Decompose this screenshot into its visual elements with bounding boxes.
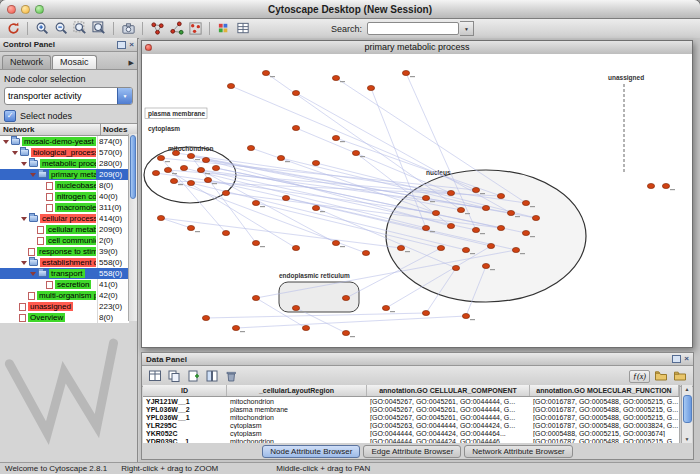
network-node[interactable] bbox=[662, 183, 669, 188]
network-node[interactable] bbox=[292, 305, 299, 310]
minimize-window-button[interactable] bbox=[21, 5, 30, 14]
network-node[interactable] bbox=[422, 225, 429, 230]
network-node[interactable] bbox=[487, 243, 494, 248]
network-node[interactable] bbox=[437, 245, 444, 250]
column-header[interactable]: _cellularLayoutRegion bbox=[227, 385, 367, 396]
network-node[interactable] bbox=[522, 230, 529, 235]
zoom-in-button[interactable] bbox=[33, 20, 51, 37]
tab-node-attribute-browser[interactable]: Node Attribute Browser bbox=[262, 445, 360, 458]
tree-row[interactable]: mosaic-demo-yeast874(0) bbox=[0, 136, 129, 147]
tree-row[interactable]: metabolic process280(0) bbox=[0, 158, 129, 169]
zoom-fit-button[interactable] bbox=[90, 20, 108, 37]
network-node[interactable] bbox=[447, 190, 454, 195]
network-node[interactable] bbox=[472, 187, 479, 192]
import-attributes-button[interactable] bbox=[653, 369, 669, 384]
tree-scrollbar[interactable] bbox=[128, 134, 137, 321]
table-row[interactable]: YLR295Ccytoplasm[GO:0045263, GO:0044444,… bbox=[143, 421, 679, 429]
network-import-button[interactable] bbox=[148, 20, 166, 37]
network-node[interactable] bbox=[512, 247, 519, 252]
table-scrollbar-thumb[interactable] bbox=[683, 395, 692, 423]
tab-network[interactable]: Network bbox=[2, 55, 51, 69]
network-node[interactable] bbox=[497, 193, 504, 198]
network-node[interactable] bbox=[482, 263, 489, 268]
column-header[interactable]: ID bbox=[143, 385, 227, 396]
tree-row[interactable]: cellular process414(0) bbox=[0, 213, 129, 224]
select-attributes-button[interactable] bbox=[147, 369, 163, 384]
tree-row[interactable]: establishment of localization558(0) bbox=[0, 257, 129, 268]
tree-row[interactable]: primary metabolic process209(0) bbox=[0, 169, 129, 180]
select-nodes-checkbox[interactable]: ✓ bbox=[4, 110, 16, 122]
network-node[interactable] bbox=[532, 215, 539, 220]
network-node[interactable] bbox=[312, 160, 319, 165]
network-node[interactable] bbox=[422, 310, 429, 315]
network-node[interactable] bbox=[247, 145, 254, 150]
network-node[interactable] bbox=[462, 313, 469, 318]
network-node[interactable] bbox=[222, 190, 229, 195]
tree-row[interactable]: macromolecule metabolic process311(0) bbox=[0, 202, 129, 213]
tree-row[interactable]: nitrogen compound metabolic process40(0) bbox=[0, 191, 129, 202]
network-node[interactable] bbox=[202, 315, 209, 320]
table-row[interactable]: YPL036W__2plasma membrane[GO:0045267, GO… bbox=[143, 405, 679, 413]
snapshot-button[interactable] bbox=[119, 20, 137, 37]
network-node[interactable] bbox=[262, 70, 269, 75]
table-row[interactable]: YJR121W__1mitochondrion[GO:0045267, GO:0… bbox=[143, 397, 679, 405]
vizmapper-button[interactable] bbox=[215, 20, 233, 37]
network-node[interactable] bbox=[170, 178, 177, 183]
network-node[interactable] bbox=[187, 180, 194, 185]
tree-expander-icon[interactable] bbox=[12, 151, 18, 155]
tree-scrollbar-thumb[interactable] bbox=[130, 135, 136, 199]
network-node[interactable] bbox=[227, 83, 234, 88]
network-node[interactable] bbox=[522, 200, 529, 205]
network-node[interactable] bbox=[292, 90, 299, 95]
network-node[interactable] bbox=[422, 195, 429, 200]
attribute-button[interactable] bbox=[234, 20, 252, 37]
tree-expander-icon[interactable] bbox=[21, 217, 27, 221]
table-scrollbar[interactable]: ▲ ▼ bbox=[681, 385, 692, 443]
zoom-selected-button[interactable] bbox=[71, 20, 89, 37]
tree-row[interactable]: biological_process570(0) bbox=[0, 147, 129, 158]
network-node[interactable] bbox=[164, 167, 171, 172]
float-panel-icon[interactable] bbox=[117, 41, 126, 49]
network-node[interactable] bbox=[187, 225, 194, 230]
network-view-window[interactable]: primary metabolic process mitochondrionn… bbox=[141, 40, 693, 348]
copy-attribute-button[interactable] bbox=[166, 369, 182, 384]
layout-button[interactable] bbox=[186, 20, 204, 37]
network-node[interactable] bbox=[332, 240, 339, 245]
zoom-window-button[interactable] bbox=[35, 5, 44, 14]
network-node[interactable] bbox=[382, 305, 389, 310]
network-node[interactable] bbox=[212, 165, 219, 170]
network-node[interactable] bbox=[152, 170, 159, 175]
network-node[interactable] bbox=[197, 167, 204, 172]
network-node[interactable] bbox=[157, 215, 164, 220]
tree-row[interactable]: transport558(0) bbox=[0, 268, 129, 279]
float-panel-icon[interactable] bbox=[672, 355, 681, 363]
network-node[interactable] bbox=[187, 153, 194, 158]
network-node[interactable] bbox=[252, 200, 259, 205]
column-header[interactable]: annotation.GO CELLULAR_COMPONENT bbox=[367, 385, 530, 396]
network-node[interactable] bbox=[302, 325, 309, 330]
network-node[interactable] bbox=[172, 150, 179, 155]
tree-expander-icon[interactable] bbox=[21, 162, 27, 166]
tree-row[interactable]: secretion41(0) bbox=[0, 279, 129, 290]
network-view-button[interactable] bbox=[167, 20, 185, 37]
network-node[interactable] bbox=[222, 230, 229, 235]
tree-row[interactable]: nucleobase, nucleoside and nucleic acid … bbox=[0, 180, 129, 191]
tab-mosaic[interactable]: Mosaic bbox=[52, 55, 97, 69]
table-row[interactable]: YPL036W__1mitochondrion[GO:0045267, GO:0… bbox=[143, 413, 679, 421]
network-node[interactable] bbox=[482, 205, 489, 210]
network-node[interactable] bbox=[252, 295, 259, 300]
network-node[interactable] bbox=[232, 325, 239, 330]
network-node[interactable] bbox=[292, 125, 299, 130]
network-node[interactable] bbox=[402, 70, 409, 75]
scroll-down-icon[interactable]: ▼ bbox=[685, 435, 690, 443]
network-node[interactable] bbox=[312, 205, 319, 210]
column-header[interactable]: annotation.GO MOLECULAR_FUNCTION bbox=[530, 385, 679, 396]
network-node[interactable] bbox=[397, 245, 404, 250]
network-node[interactable] bbox=[362, 250, 369, 255]
close-panel-icon[interactable]: × bbox=[129, 41, 134, 49]
network-node[interactable] bbox=[277, 155, 284, 160]
tab-edge-attribute-browser[interactable]: Edge Attribute Browser bbox=[363, 445, 461, 458]
network-node[interactable] bbox=[342, 295, 349, 300]
network-node[interactable] bbox=[472, 227, 479, 232]
search-dropdown-button[interactable]: ▼ bbox=[460, 21, 474, 36]
